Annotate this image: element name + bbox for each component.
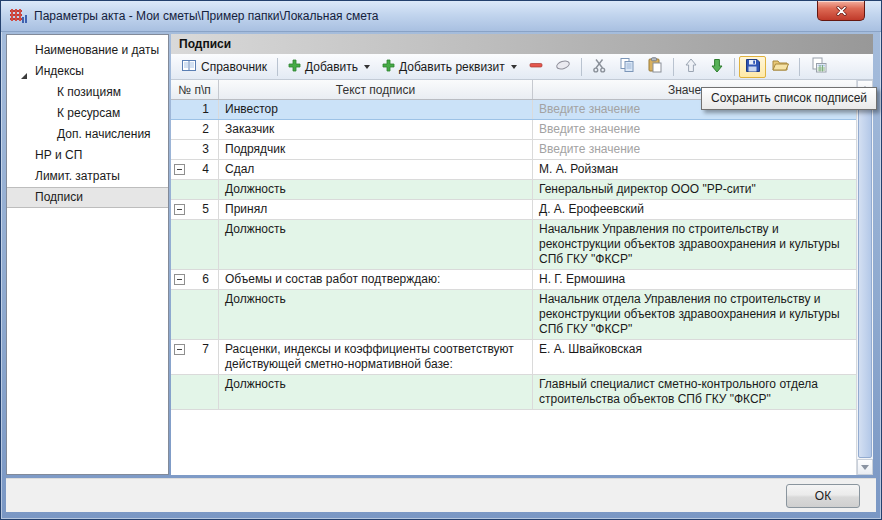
signature-text-cell[interactable]: Должность (219, 375, 533, 409)
chevron-down-icon (364, 65, 370, 69)
row-number-cell[interactable]: 6 (171, 270, 219, 289)
row-number-cell[interactable]: 5 (171, 200, 219, 219)
row-number-cell[interactable] (171, 375, 219, 409)
sidebar-item-подписи[interactable]: Подписи (7, 187, 168, 208)
toolbar-separator (734, 58, 735, 76)
paste-icon (647, 57, 663, 76)
copy-icon (619, 57, 635, 76)
sidebar-item-label: Доп. начисления (57, 127, 151, 141)
window-title: Параметры акта - Мои сметы\Пример папки\… (34, 9, 378, 23)
copy-table-button[interactable] (804, 56, 833, 78)
sidebar-item-label: Подписи (35, 190, 83, 204)
sidebar-item-label: Индексы (35, 64, 84, 78)
save-tooltip: Сохранить список подписей (701, 87, 877, 110)
signature-value-cell[interactable]: Начальник отдела Управления по строитель… (533, 290, 856, 339)
add-button-label: Добавить (305, 60, 358, 74)
row-number-cell[interactable]: 3 (171, 140, 219, 159)
row-number-cell[interactable]: 7 (171, 340, 219, 374)
signature-text-cell[interactable]: Расценки, индексы и коэффициенты соответ… (219, 340, 533, 374)
sidebar-item-label: НР и СП (35, 148, 82, 162)
move-down-button[interactable] (704, 56, 730, 78)
save-icon (745, 58, 760, 76)
sidebar-item-к-ресурсам[interactable]: К ресурсам (7, 103, 168, 124)
signature-value-cell[interactable]: М. А. Ройзман (533, 160, 856, 179)
table-row: 7Расценки, индексы и коэффициенты соотве… (171, 340, 856, 375)
close-button[interactable] (817, 1, 865, 21)
row-number-cell[interactable] (171, 220, 219, 269)
vertical-scrollbar[interactable] (856, 80, 873, 475)
titlebar[interactable]: Параметры акта - Мои сметы\Пример папки\… (1, 1, 881, 32)
paste-button[interactable] (641, 56, 669, 78)
signature-value-cell[interactable]: Е. А. Швайковская (533, 340, 856, 374)
row-number: 5 (202, 202, 209, 216)
cut-button[interactable] (586, 56, 613, 78)
signature-value-cell[interactable]: Главный специалист сметно-контрольного о… (533, 375, 856, 409)
row-number: 6 (202, 272, 209, 286)
remove-minus-icon (529, 58, 543, 75)
signature-value-cell[interactable]: Генеральный директор ООО "РР-сити" (533, 180, 856, 199)
sidebar-item-к-позициям[interactable]: К позициям (7, 82, 168, 103)
signature-text-cell[interactable]: Сдал (219, 160, 533, 179)
remove-button[interactable] (523, 56, 549, 78)
expanded-triangle-icon[interactable] (20, 67, 29, 76)
sidebar-item-доп-начисления[interactable]: Доп. начисления (7, 124, 168, 145)
add-attribute-button[interactable]: Добавить реквизит (376, 56, 523, 78)
table-row: ДолжностьНачальник Управления по строите… (171, 220, 856, 270)
add-attribute-button-label: Добавить реквизит (399, 60, 505, 74)
row-number: 3 (202, 142, 209, 156)
open-list-button[interactable] (766, 56, 795, 78)
toolbar-separator (799, 58, 800, 76)
collapse-icon[interactable] (174, 344, 185, 355)
signature-text-cell[interactable]: Подрядчик (219, 140, 533, 159)
toolbar-separator (277, 58, 278, 76)
copy-button[interactable] (613, 56, 641, 78)
sidebar-item-наименование-и-даты[interactable]: Наименование и даты (7, 40, 168, 61)
row-number: 1 (202, 102, 209, 116)
signature-value-cell[interactable]: Введите значение (533, 140, 856, 159)
row-number-cell[interactable] (171, 180, 219, 199)
collapse-icon[interactable] (174, 274, 185, 285)
signature-value-cell[interactable]: Н. Г. Ермошина (533, 270, 856, 289)
signatures-table: № п\п Текст подписи Значение 1ИнвесторВв… (171, 80, 856, 410)
sidebar-item-лимит-затраты[interactable]: Лимит. затраты (7, 166, 168, 187)
signature-text-cell[interactable]: Должность (219, 180, 533, 199)
signature-text-cell[interactable]: Принял (219, 200, 533, 219)
table-body: 1ИнвесторВведите значение2ЗаказчикВведит… (171, 100, 856, 410)
collapse-icon[interactable] (174, 204, 185, 215)
sidebar-nav: Наименование и датыИндексыК позициямК ре… (6, 34, 169, 475)
signature-value-cell[interactable]: Начальник Управления по строительству и … (533, 220, 856, 269)
move-up-button[interactable] (678, 56, 704, 78)
signature-text-cell[interactable]: Заказчик (219, 120, 533, 139)
close-icon (836, 6, 847, 16)
column-header-text[interactable]: Текст подписи (219, 80, 533, 99)
signature-text-cell[interactable]: Должность (219, 290, 533, 339)
signature-text-cell[interactable]: Объемы и состав работ подтверждаю: (219, 270, 533, 289)
scroll-down-button[interactable] (857, 459, 873, 475)
save-list-button[interactable] (739, 56, 766, 78)
move-up-icon (684, 58, 698, 76)
row-number-cell[interactable]: 4 (171, 160, 219, 179)
table-row: ДолжностьНачальник отдела Управления по … (171, 290, 856, 340)
signature-value-cell[interactable]: Д. А. Ерофеевский (533, 200, 856, 219)
ok-button[interactable]: ОК (786, 484, 860, 508)
signature-value-cell[interactable]: Введите значение (533, 120, 856, 139)
table-row: 5ПринялД. А. Ерофеевский (171, 200, 856, 220)
triangle-down-icon (861, 465, 869, 470)
sidebar-item-нр-и-сп[interactable]: НР и СП (7, 145, 168, 166)
reference-book-icon (181, 58, 197, 76)
add-button[interactable]: Добавить (282, 56, 376, 78)
signature-text-cell[interactable]: Инвестор (219, 100, 533, 119)
row-number-cell[interactable] (171, 290, 219, 339)
scrollbar-thumb[interactable] (858, 97, 872, 458)
sidebar-item-индексы[interactable]: Индексы (7, 61, 168, 82)
row-number-cell[interactable]: 1 (171, 100, 219, 119)
signature-text-cell[interactable]: Должность (219, 220, 533, 269)
row-number-cell[interactable]: 2 (171, 120, 219, 139)
footer-bar: ОК (6, 478, 876, 512)
collapse-icon[interactable] (174, 164, 185, 175)
table-row: ДолжностьГенеральный директор ООО "РР-си… (171, 180, 856, 200)
clear-button[interactable] (549, 56, 577, 78)
reference-button[interactable]: Справочник (175, 56, 273, 78)
copy-table-icon (810, 57, 827, 76)
column-header-number[interactable]: № п\п (171, 80, 219, 99)
